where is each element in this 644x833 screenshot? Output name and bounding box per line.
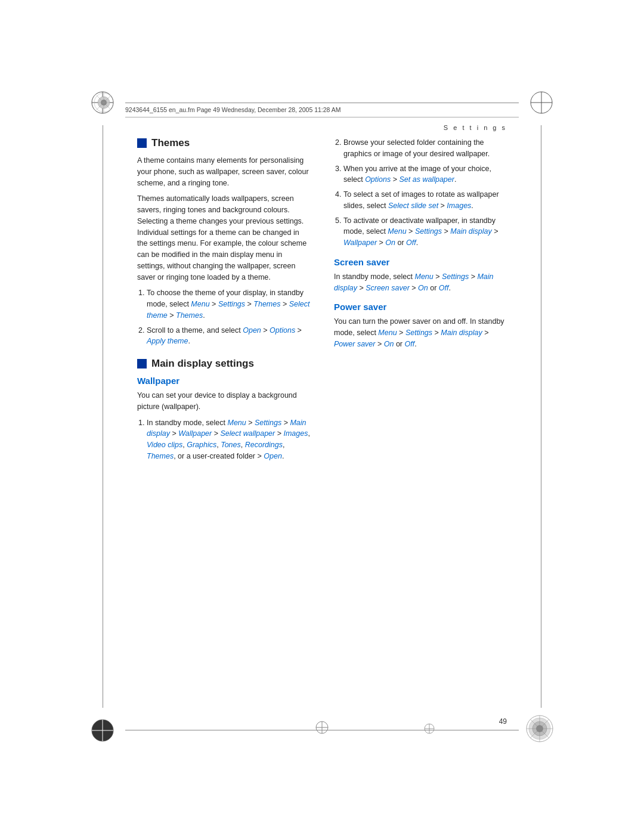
wp5-menu: Menu — [388, 227, 406, 236]
ss-screensaver: Screen saver — [366, 284, 410, 292]
ss-off: Off — [439, 284, 449, 292]
themes-step2-options: Options — [270, 326, 295, 335]
wp-images2: Images — [447, 202, 471, 210]
reg-crosshair-tr — [528, 89, 555, 116]
ps-menu: Menu — [378, 329, 397, 337]
wp-menu: Menu — [228, 419, 246, 427]
themes-blue-square — [137, 138, 147, 148]
reg-crosshair-br — [525, 714, 555, 744]
wallpaper-step2-text: Browse your selected folder containing t… — [343, 138, 490, 158]
wp5-on: On — [385, 239, 395, 247]
left-rule — [103, 125, 103, 708]
ss-maindisplay: Main display — [334, 272, 494, 292]
ss-menu: Menu — [415, 272, 434, 281]
power-saver-text: You can turn the power saver on and off.… — [334, 316, 507, 349]
right-rule — [541, 125, 541, 708]
wallpaper-steps-right: Browse your selected folder containing t… — [343, 137, 507, 249]
themes-step1-menu: Menu — [191, 300, 209, 308]
wallpaper-step-4: To select a set of images to rotate as w… — [343, 189, 507, 212]
themes-intro-2: Themes automatically loads wallpapers, s… — [137, 193, 310, 283]
themes-step2-text: Scroll to a theme, and select Open > Opt… — [147, 326, 302, 346]
wp-recordings: Recordings — [245, 441, 283, 449]
wallpaper-step4-text: To select a set of images to rotate as w… — [343, 190, 499, 210]
wp5-wallpaper: Wallpaper — [343, 239, 377, 247]
wp-tones: Tones — [221, 441, 241, 449]
themes-step2-open: Open — [243, 326, 261, 335]
wp-images: Images — [283, 429, 308, 438]
wp-themes: Themes — [147, 452, 174, 460]
wp-open: Open — [264, 452, 282, 460]
wp-selectwp: Select wallpaper — [220, 429, 275, 438]
wallpaper-step3-text: When you arrive at the image of your cho… — [343, 165, 491, 184]
ss-on: On — [418, 284, 428, 292]
themes-steps-list: To choose the theme of your display, in … — [147, 287, 310, 347]
main-content: Themes A theme contains many elements fo… — [137, 137, 507, 702]
wallpaper-subtitle: Wallpaper — [137, 376, 310, 386]
ps-powersaver: Power saver — [334, 340, 375, 348]
themes-step1-themes2: Themes — [176, 311, 203, 320]
top-rule — [125, 103, 519, 103]
themes-step1-text: To choose the theme of your display, in … — [147, 289, 309, 320]
wallpaper-step5-text: To activate or deactivate wallpaper, in … — [343, 216, 499, 247]
themes-step-2: Scroll to a theme, and select Open > Opt… — [147, 325, 310, 348]
wallpaper-step-2: Browse your selected folder containing t… — [343, 137, 507, 160]
wallpaper-step1-text: In standby mode, select Menu > Settings … — [147, 419, 310, 460]
ps-maindisplay: Main display — [441, 329, 482, 337]
wallpaper-step-1: In standby mode, select Menu > Settings … — [147, 417, 310, 462]
left-column: Themes A theme contains many elements fo… — [137, 137, 310, 702]
wp-selectslideset: Select slide set — [388, 202, 438, 210]
main-display-title: Main display settings — [151, 358, 254, 370]
bottom-right-crosshair-small — [423, 723, 435, 735]
decorative-sunburst-tl — [92, 91, 115, 114]
reg-crosshair-bl — [89, 717, 116, 744]
screen-saver-text: In standby mode, select Menu > Settings … — [334, 271, 507, 294]
power-saver-subtitle: Power saver — [334, 302, 507, 312]
wp5-settings: Settings — [415, 227, 442, 236]
wp-graphics: Graphics — [187, 441, 216, 449]
themes-step1-themes: Themes — [253, 300, 280, 308]
main-display-heading: Main display settings — [137, 358, 310, 370]
wp-wallpaper: Wallpaper — [178, 429, 212, 438]
wallpaper-step-3: When you arrive at the image of your cho… — [343, 163, 507, 186]
themes-step2-applytheme: Apply theme — [147, 337, 188, 345]
themes-intro-1: A theme contains many elements for perso… — [137, 155, 310, 188]
themes-step-1: To choose the theme of your display, in … — [147, 287, 310, 321]
page-number: 49 — [499, 717, 507, 726]
main-display-blue-square — [137, 359, 147, 368]
ps-off: Off — [404, 340, 414, 348]
wallpaper-intro: You can set your device to display a bac… — [137, 390, 310, 413]
ps-settings: Settings — [405, 329, 432, 337]
themes-heading: Themes — [137, 137, 310, 149]
wp-setas: Set as wallpaper — [399, 175, 454, 184]
themes-title: Themes — [151, 137, 190, 149]
wp5-maindisplay: Main display — [450, 227, 491, 236]
wp-videoclips: Video clips — [147, 441, 182, 449]
wallpaper-step-5: To activate or deactivate wallpaper, in … — [343, 215, 507, 249]
wp-settings: Settings — [255, 419, 281, 427]
ps-on: On — [384, 340, 394, 348]
ss-settings: Settings — [442, 272, 469, 281]
themes-step1-settings: Settings — [218, 300, 245, 308]
right-column: Browse your selected folder containing t… — [334, 137, 507, 702]
bottom-center-crosshair — [315, 720, 329, 735]
wp5-off: Off — [406, 239, 416, 247]
wp-options: Options — [365, 175, 391, 184]
screen-saver-subtitle: Screen saver — [334, 257, 507, 267]
header-filename: 9243644_6155 en_au.fm Page 49 Wednesday,… — [125, 106, 519, 113]
settings-label: S e t t i n g s — [444, 124, 507, 131]
header-bar: 9243644_6155 en_au.fm Page 49 Wednesday,… — [125, 104, 519, 117]
wallpaper-steps-list: In standby mode, select Menu > Settings … — [147, 417, 310, 462]
